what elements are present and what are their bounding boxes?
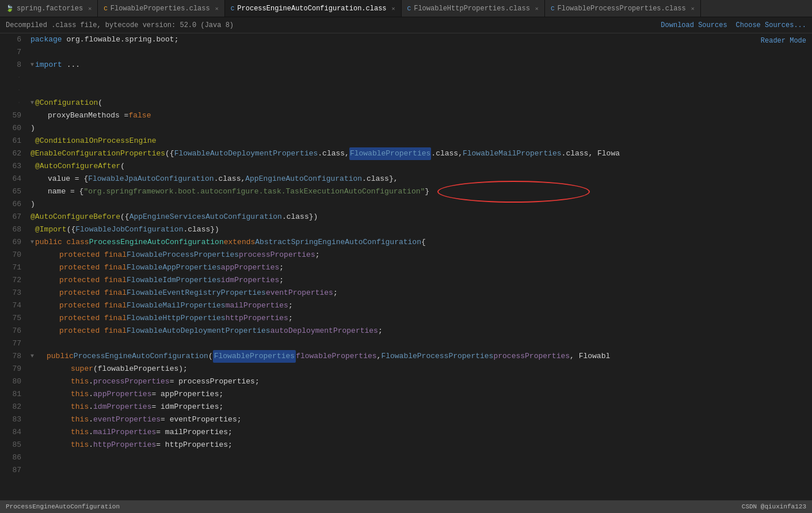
code-line-86: this. mailProperties = mailProperties; — [31, 426, 812, 439]
tab-label: FlowableHttpProperties.class — [414, 5, 530, 13]
fold-icon-71[interactable]: ▼ — [31, 236, 34, 249]
code-line-61: proxyBeanMethods = false — [31, 109, 812, 122]
class-icon: C — [104, 5, 108, 12]
tab-bar: 🍃 spring.factories ✕ C FlowablePropertie… — [0, 0, 812, 17]
tab-label: FlowableProcessProperties.class — [558, 5, 686, 13]
file-name-status: ProcessEngineAutoConfiguration — [6, 503, 120, 510]
choose-sources-link[interactable]: Choose Sources... — [736, 21, 806, 29]
class-icon: C — [407, 5, 411, 12]
close-icon[interactable]: ✕ — [215, 5, 219, 12]
tab-process-engine-auto[interactable]: C ProcessEngineAutoConfiguration.class ✕ — [225, 0, 402, 17]
watermark: CSDN @qiuxinfa123 — [742, 503, 806, 510]
tab-label: spring.factories — [17, 5, 83, 13]
code-line-72: protected final FlowableProcessPropertie… — [31, 249, 812, 261]
code-line-77: protected final FlowableHttpProperties h… — [31, 312, 812, 325]
class-icon: C — [231, 5, 235, 12]
code-line-79 — [31, 337, 812, 350]
code-line-65: ▼ @AutoConfigureAfter( — [31, 160, 812, 173]
code-line-67: name = { "org.springframework.boot.autoc… — [31, 185, 812, 198]
code-line-82: this. processProperties = processPropert… — [31, 375, 812, 388]
code-line-59 — [31, 84, 812, 97]
code-line-87: this. httpProperties = httpProperties; — [31, 439, 812, 451]
code-editor[interactable]: package org.flowable.spring.boot; ▼ impo… — [26, 33, 812, 500]
code-line-80: ▼ public ProcessEngineAutoConfiguration … — [31, 350, 812, 363]
code-line-83: this. appProperties = appProperties; — [31, 388, 812, 401]
fold-icon-60[interactable]: ▼ — [31, 97, 34, 109]
code-line-62: ) — [31, 122, 812, 135]
tab-flowable-http[interactable]: C FlowableHttpProperties.class ✕ — [402, 0, 545, 17]
tab-label: FlowableProperties.class — [110, 5, 210, 13]
fold-icon-80[interactable]: ▼ — [31, 350, 34, 363]
code-line-6: package org.flowable.spring.boot; — [31, 33, 812, 46]
close-icon[interactable]: ✕ — [691, 5, 695, 12]
download-sources-link[interactable]: Download Sources — [661, 21, 727, 29]
code-line-76: protected final FlowableMailProperties m… — [31, 299, 812, 312]
close-icon[interactable]: ✕ — [88, 5, 92, 12]
tab-flowable-properties[interactable]: C FlowableProperties.class ✕ — [98, 0, 224, 17]
code-line-71: ▼ public class ProcessEngineAutoConfigur… — [31, 236, 812, 249]
decompile-info: Decompiled .class file, bytecode version… — [6, 21, 234, 29]
tab-label: ProcessEngineAutoConfiguration.class — [237, 5, 386, 13]
code-line-84: this. idmProperties = idmProperties; — [31, 401, 812, 413]
spacer-59 — [31, 71, 812, 84]
code-line-8: ▼ import ... — [31, 59, 812, 71]
code-line-85: this. eventProperties = eventProperties; — [31, 413, 812, 426]
close-icon[interactable]: ✕ — [535, 5, 539, 12]
code-line-60: ▼ @Configuration( — [31, 97, 812, 109]
code-line-75: protected final FlowableEventRegistryPro… — [31, 287, 812, 299]
code-line-74: protected final FlowableIdmProperties id… — [31, 274, 812, 287]
close-icon[interactable]: ✕ — [392, 5, 395, 12]
fold-icon[interactable]: ▼ — [31, 59, 34, 71]
tab-flowable-process-props[interactable]: C FlowableProcessProperties.class ✕ — [545, 0, 701, 17]
code-line-7 — [31, 46, 812, 59]
info-bar-actions: Download Sources Choose Sources... — [661, 21, 806, 29]
code-line-70: ▼ @Import({ FlowableJobConfiguration.cla… — [31, 223, 812, 236]
code-line-73: protected final FlowableAppProperties ap… — [31, 261, 812, 274]
line-numbers: 6 7 8 · · · 59 60 61 62 63 64 65 66 67 6… — [0, 33, 26, 500]
code-line-64: @EnableConfigurationProperties({ Flowabl… — [31, 147, 812, 160]
code-container: Reader Mode 6 7 8 · · · 59 60 61 62 63 6… — [0, 33, 812, 500]
code-line-68: ) — [31, 198, 812, 211]
spring-icon: 🍃 — [6, 5, 14, 12]
code-line-66: value = { FlowableJpaAutoConfiguration.c… — [31, 173, 812, 185]
code-line-63: ▼ @ConditionalOnProcessEngine — [31, 135, 812, 147]
code-line-81: super (flowableProperties); — [31, 363, 812, 375]
class-icon: C — [551, 5, 555, 12]
code-line-78: protected final FlowableAutoDeploymentPr… — [31, 325, 812, 337]
status-bar: ProcessEngineAutoConfiguration CSDN @qiu… — [0, 500, 812, 513]
reader-mode-btn[interactable]: Reader Mode — [761, 36, 806, 45]
code-line-69: @AutoConfigureBefore({ AppEngineServices… — [31, 211, 812, 223]
tab-spring-factories[interactable]: 🍃 spring.factories ✕ — [0, 0, 98, 17]
info-bar: Decompiled .class file, bytecode version… — [0, 17, 812, 33]
